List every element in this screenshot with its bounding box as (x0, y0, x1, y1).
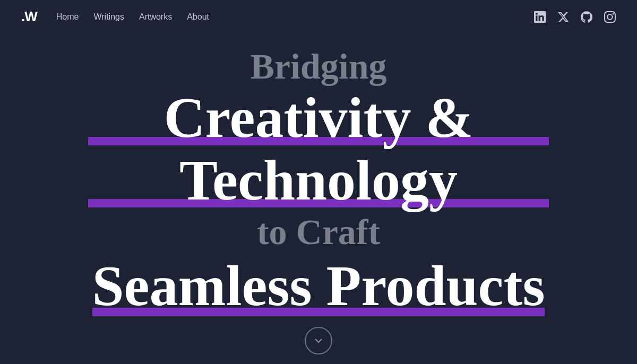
hero-bridging: Bridging (92, 47, 545, 86)
navbar: .W Home Writings Artworks About (0, 0, 637, 33)
hero-technology-line: Technology (92, 150, 545, 210)
nav-item-about[interactable]: About (187, 12, 209, 22)
hero-creativity-line: Creativity & (92, 88, 545, 148)
github-icon[interactable] (581, 11, 592, 23)
scroll-down-button[interactable] (305, 327, 332, 354)
nav-item-artworks[interactable]: Artworks (139, 12, 172, 22)
nav-right (534, 11, 616, 23)
nav-link-home[interactable]: Home (56, 12, 79, 21)
hero-seamless-line: Seamless Products (92, 253, 545, 319)
hero-creativity-text: Creativity & (164, 86, 474, 149)
nav-left: .W Home Writings Artworks About (21, 8, 209, 25)
nav-link-writings[interactable]: Writings (93, 12, 124, 21)
hero-seamless-text: Seamless Products (92, 254, 545, 317)
logo[interactable]: .W (21, 8, 37, 25)
linkedin-icon[interactable] (534, 11, 546, 23)
nav-item-writings[interactable]: Writings (93, 12, 124, 22)
nav-links: Home Writings Artworks About (56, 12, 209, 22)
nav-link-about[interactable]: About (187, 12, 209, 21)
hero-section: Bridging Creativity & Technology to Craf… (0, 33, 637, 364)
twitter-icon[interactable] (557, 11, 569, 23)
nav-item-home[interactable]: Home (56, 12, 79, 22)
arrow-down-icon (312, 334, 325, 347)
hero-technology-text: Technology (179, 149, 458, 212)
instagram-icon[interactable] (604, 11, 616, 23)
nav-link-artworks[interactable]: Artworks (139, 12, 172, 21)
headline-block: Bridging Creativity & Technology to Craf… (92, 47, 545, 318)
hero-to-craft: to Craft (92, 212, 545, 252)
